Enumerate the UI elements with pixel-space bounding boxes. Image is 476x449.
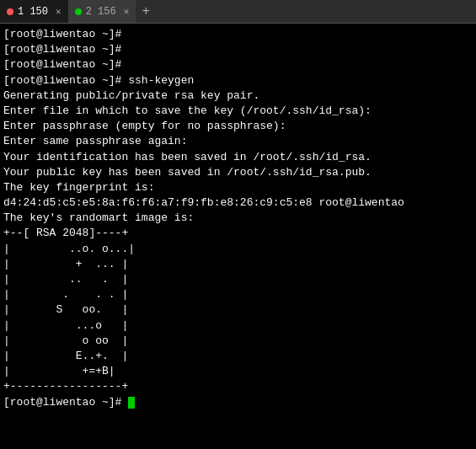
tab-1-close[interactable]: ✕ <box>56 6 62 17</box>
tab-add-button[interactable]: + <box>136 0 156 23</box>
tab-1[interactable]: 1 150 ✕ <box>0 0 68 23</box>
terminal: [root@liwentao ~]# [root@liwentao ~]# [r… <box>0 24 476 449</box>
tab-2-label: 2 156 <box>86 6 116 18</box>
tab-2[interactable]: 2 156 ✕ <box>68 0 136 23</box>
tab-2-close[interactable]: ✕ <box>124 6 130 17</box>
terminal-line-1: [root@liwentao ~]# [root@liwentao ~]# [r… <box>3 28 404 409</box>
cursor <box>128 397 135 409</box>
tab-1-dot <box>7 8 13 15</box>
tab-2-dot <box>75 8 82 15</box>
tab-bar: 1 150 ✕ 2 156 ✕ + <box>0 0 476 24</box>
tab-1-label: 1 150 <box>18 6 48 18</box>
